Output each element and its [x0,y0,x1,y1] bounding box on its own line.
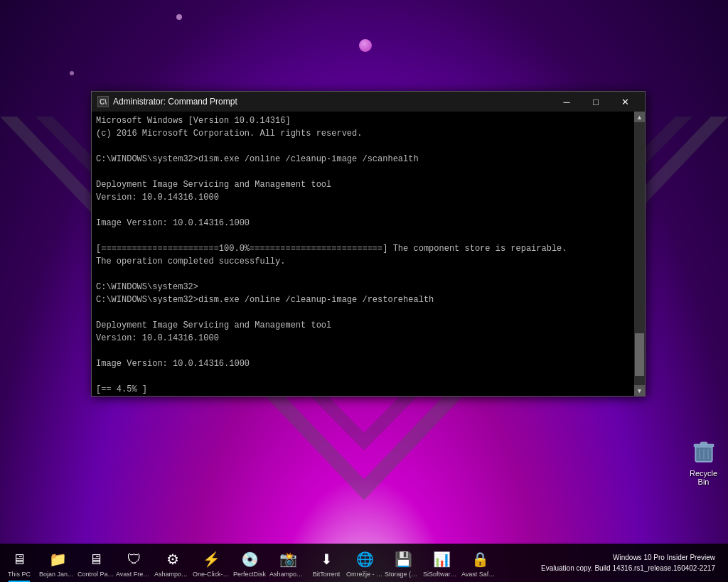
bittorrent-label: BitTorrent [313,571,341,578]
cmd-window-title: Administrator: Command Prompt [113,97,552,107]
cmd-line: C:\WINDOWS\system32>dism.exe /online /cl… [96,153,630,166]
cmd-output[interactable]: Microsoft Windows [Version 10.0.14316](c… [92,112,634,396]
taskbar-icon-omreze[interactable]: 🌐Omrežje - Bližnjica [346,544,384,582]
taskbar: 🖥This PC📁Bojan Jančar🖥Control Panel🛡Avas… [0,544,728,582]
avast-safezone-icon: 🔒 [470,549,490,569]
taskbar-icon-avast[interactable]: 🛡Avast Free Antivirus [115,544,154,582]
perfectdisk-label: PerfectDisk [233,571,266,578]
cmd-line [96,166,630,178]
cmd-window-controls: ─ □ ✕ [552,92,639,112]
svg-point-3 [236,472,492,543]
avast-icon: 🛡 [124,549,144,569]
cmd-line: Version: 10.0.14316.1000 [96,191,630,204]
one-click-icon: ⚡ [201,549,221,569]
svg-rect-7 [700,442,707,445]
tray-text: Windows 10 Pro Insider Preview Evaluatio… [541,552,722,573]
taskbar-icon-sisoftware[interactable]: 📊SiSoftware Sandra Te... [422,544,461,582]
cmd-scrollbar[interactable]: ▲ ▼ [634,112,645,396]
sisoftware-label: SiSoftware Sandra Te... [423,571,460,578]
cmd-line [96,306,630,319]
cmd-line: Deployment Image Servicing and Managemen… [96,319,630,332]
ashampoo-wo-icon: ⚙ [163,549,183,569]
cmd-line [96,140,630,153]
cmd-line: C:\WINDOWS\system32> [96,281,630,293]
control-panel-icon: 🖥 [86,549,106,569]
cmd-line: [=======================100.0%==========… [96,242,630,255]
cmd-line [96,230,630,242]
scroll-down-arrow[interactable]: ▼ [634,385,645,396]
avast-label: Avast Free Antivirus [116,571,153,578]
cmd-line: The operation completed successfully. [96,255,630,268]
one-click-label: One-Click-... (WO12) [193,571,230,578]
scroll-up-arrow[interactable]: ▲ [634,112,645,122]
recycle-bin-icon[interactable]: Recycle Bin [684,436,723,486]
perfectdisk-icon: 💿 [240,549,259,569]
cmd-window-icon: C\ [97,96,109,107]
this-pc-icon: 🖥 [9,549,29,569]
cmd-line: Image Version: 10.0.14316.1000 [96,217,630,230]
taskbar-icon-ashampoo-wo[interactable]: ⚙Ashampoo WinOptimi... [154,544,192,582]
sisoftware-icon: 📊 [432,549,451,569]
decorative-circle-3 [70,71,74,75]
taskbar-icon-one-click[interactable]: ⚡One-Click-... (WO12) [192,544,230,582]
ashampoo-snap-label: Ashampoo Snap 6 [269,571,306,578]
scroll-track[interactable] [634,122,645,385]
cmd-line [96,204,630,217]
taskbar-icon-avast-safezone[interactable]: 🔒Avast SafeZo... [461,544,499,582]
recycle-bin-label: Recycle Bin [684,469,723,486]
cmd-line: Version: 10.0.14316.1000 [96,332,630,345]
taskbar-icon-bittorrent[interactable]: ⬇BitTorrent [307,544,346,582]
tray-line1: Windows 10 Pro Insider Preview [541,552,715,563]
taskbar-icon-bojan-jancar[interactable]: 📁Bojan Jančar [38,544,77,582]
cmd-line: Deployment Image Servicing and Managemen… [96,178,630,191]
bojan-jancar-label: Bojan Jančar [39,571,76,578]
cmd-line: Image Version: 10.0.14316.1000 [96,357,630,370]
desktop: C\ Administrator: Command Prompt ─ □ ✕ M… [0,0,728,582]
taskbar-icon-ashampoo-snap[interactable]: 📸Ashampoo Snap 6 [269,544,307,582]
control-panel-label: Control Panel [77,571,114,578]
omreze-label: Omrežje - Bližnjica [346,571,383,578]
omreze-icon: 🌐 [355,549,375,569]
cmd-window: C\ Administrator: Command Prompt ─ □ ✕ M… [91,91,646,397]
cmd-line: Microsoft Windows [Version 10.0.14316] [96,114,630,127]
recycle-bin-graphic [690,436,718,465]
scroll-thumb[interactable] [635,333,644,376]
taskbar-icons: 🖥This PC📁Bojan Jančar🖥Control Panel🛡Avas… [0,544,499,582]
taskbar-icon-perfectdisk[interactable]: 💿PerfectDisk [230,544,269,582]
cmd-line: (c) 2016 Microsoft Corporation. All righ… [96,127,630,140]
ashampoo-wo-label: Ashampoo WinOptimi... [154,571,191,578]
cmd-body: Microsoft Windows [Version 10.0.14316](c… [92,112,645,396]
bojan-jancar-icon: 📁 [48,549,68,569]
system-tray: Windows 10 Pro Insider Preview Evaluatio… [541,544,728,582]
cmd-titlebar: C\ Administrator: Command Prompt ─ □ ✕ [92,92,645,112]
maximize-button[interactable]: □ [582,92,610,112]
cmd-line [96,268,630,281]
close-button[interactable]: ✕ [611,92,639,112]
this-pc-label: This PC [8,571,31,578]
bittorrent-icon: ⬇ [316,549,336,569]
taskbar-icon-control-panel[interactable]: 🖥Control Panel [77,544,115,582]
storage-d-icon: 💾 [393,549,413,569]
avast-safezone-label: Avast SafeZo... [461,571,498,578]
taskbar-icon-storage-d[interactable]: 💾Storage (D:) - Shortcut [384,544,422,582]
tray-line2: Evaluation copy. Build 14316.rs1_release… [541,563,715,573]
cmd-line [96,345,630,357]
storage-d-label: Storage (D:) - Shortcut [385,571,422,578]
minimize-button[interactable]: ─ [552,92,581,112]
ashampoo-snap-icon: 📸 [278,549,298,569]
cmd-line: C:\WINDOWS\system32>dism.exe /online /cl… [96,293,630,306]
cmd-line [96,370,630,383]
cmd-line: [== 4.5% ] [96,383,630,396]
decorative-circle-2 [176,14,182,20]
decorative-circle-1 [359,39,372,52]
taskbar-icon-this-pc[interactable]: 🖥This PC [0,544,38,582]
